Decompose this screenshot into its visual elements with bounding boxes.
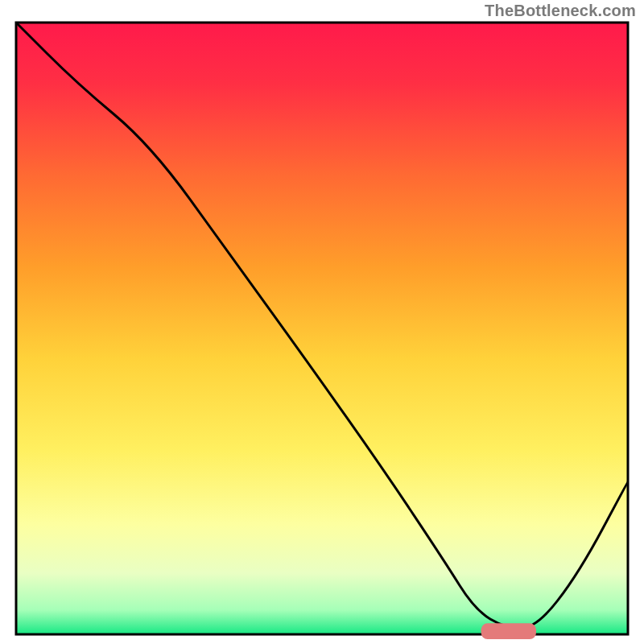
- plot-background: [16, 23, 628, 634]
- bottleneck-plot: [0, 0, 644, 644]
- chart-stage: TheBottleneck.com: [0, 0, 644, 644]
- optimal-range-marker: [481, 623, 536, 639]
